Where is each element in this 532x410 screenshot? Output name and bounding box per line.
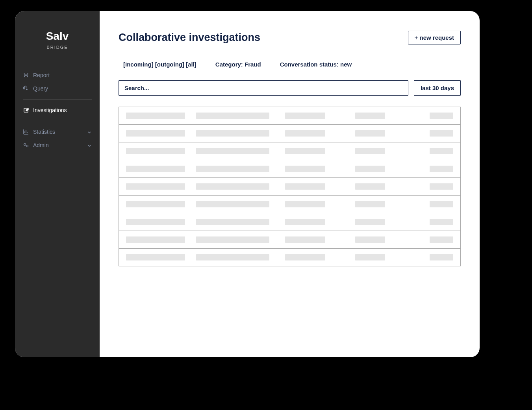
- skeleton-cell: [430, 130, 453, 137]
- search-bar: last 30 days: [119, 80, 461, 96]
- skeleton-cell: [355, 254, 385, 260]
- table-row[interactable]: [119, 107, 460, 125]
- chevron-down-icon: [87, 143, 92, 148]
- sidebar-item-query[interactable]: Query: [23, 82, 92, 95]
- table-row[interactable]: [119, 142, 460, 160]
- skeleton-cell: [355, 219, 385, 225]
- chart-icon: [23, 129, 29, 135]
- skeleton-cell: [355, 183, 385, 190]
- skeleton-cell: [126, 236, 185, 243]
- brand-subtitle: BRIDGE: [15, 45, 100, 50]
- skeleton-cell: [430, 219, 453, 225]
- satellite-icon: [23, 85, 29, 92]
- table-row[interactable]: [119, 125, 460, 142]
- skeleton-cell: [355, 201, 385, 207]
- skeleton-cell: [285, 201, 325, 207]
- skeleton-cell: [355, 148, 385, 154]
- skeleton-cell: [285, 183, 325, 190]
- filter-category[interactable]: Category: Fraud: [215, 61, 261, 68]
- skeleton-cell: [196, 130, 269, 137]
- table-row[interactable]: [119, 160, 460, 178]
- skeleton-cell: [430, 148, 453, 154]
- skeleton-cell: [126, 254, 185, 260]
- search-input[interactable]: [119, 80, 408, 96]
- nav: Report Query Investigations: [15, 68, 100, 152]
- skeleton-cell: [355, 130, 385, 137]
- svg-point-0: [26, 75, 27, 76]
- gears-icon: [23, 142, 29, 148]
- skeleton-cell: [285, 130, 325, 137]
- skeleton-cell: [430, 236, 453, 243]
- skeleton-cell: [355, 236, 385, 243]
- skeleton-cell: [285, 113, 325, 119]
- skeleton-cell: [126, 166, 185, 172]
- skeleton-cell: [126, 148, 185, 154]
- filter-direction[interactable]: [Incoming] [outgoing] [all]: [123, 61, 196, 68]
- divider: [23, 99, 92, 100]
- skeleton-cell: [196, 201, 269, 207]
- skeleton-cell: [285, 219, 325, 225]
- table-row[interactable]: [119, 213, 460, 231]
- new-request-button[interactable]: + new request: [408, 31, 461, 44]
- table-row[interactable]: [119, 231, 460, 249]
- skeleton-cell: [430, 201, 453, 207]
- divider: [23, 121, 92, 121]
- skeleton-cell: [430, 166, 453, 172]
- svg-point-2: [24, 144, 26, 146]
- table-row[interactable]: [119, 196, 460, 213]
- skeleton-cell: [285, 148, 325, 154]
- skeleton-cell: [196, 113, 269, 119]
- sidebar-item-label: Investigations: [33, 107, 67, 113]
- filter-bar: [Incoming] [outgoing] [all] Category: Fr…: [119, 61, 461, 68]
- skeleton-cell: [196, 166, 269, 172]
- sidebar-item-investigations[interactable]: Investigations: [23, 103, 92, 117]
- skeleton-cell: [196, 219, 269, 225]
- main-content: Collaborative investigations + new reque…: [100, 11, 480, 357]
- skeleton-cell: [196, 148, 269, 154]
- sidebar: Salv BRIDGE Report Query: [15, 11, 100, 357]
- sidebar-item-admin[interactable]: Admin: [23, 139, 92, 152]
- skeleton-cell: [285, 236, 325, 243]
- brand: Salv BRIDGE: [15, 30, 100, 50]
- skeleton-cell: [126, 113, 185, 119]
- sidebar-item-statistics[interactable]: Statistics: [23, 125, 92, 139]
- chevron-down-icon: [87, 129, 92, 134]
- table-row[interactable]: [119, 178, 460, 196]
- edit-icon: [23, 107, 29, 113]
- skeleton-cell: [196, 236, 269, 243]
- results-table: [119, 107, 461, 266]
- skeleton-cell: [430, 113, 453, 119]
- skeleton-cell: [430, 183, 453, 190]
- skeleton-cell: [355, 113, 385, 119]
- svg-point-1: [26, 89, 27, 90]
- skeleton-cell: [196, 183, 269, 190]
- page-title: Collaborative investigations: [119, 31, 260, 44]
- skeleton-cell: [285, 254, 325, 260]
- app-window: Salv BRIDGE Report Query: [15, 11, 480, 357]
- skeleton-cell: [126, 219, 185, 225]
- brand-name: Salv: [15, 30, 100, 42]
- skeleton-cell: [126, 130, 185, 137]
- header: Collaborative investigations + new reque…: [119, 31, 461, 44]
- broadcast-icon: [23, 72, 29, 78]
- date-filter-button[interactable]: last 30 days: [414, 80, 461, 96]
- svg-point-3: [26, 145, 28, 147]
- sidebar-item-label: Admin: [33, 142, 49, 148]
- table-row[interactable]: [119, 249, 460, 266]
- sidebar-item-label: Query: [33, 85, 48, 92]
- skeleton-cell: [126, 183, 185, 190]
- skeleton-cell: [196, 254, 269, 260]
- sidebar-item-label: Statistics: [33, 129, 55, 135]
- sidebar-item-label: Report: [33, 72, 50, 78]
- skeleton-cell: [126, 201, 185, 207]
- skeleton-cell: [285, 166, 325, 172]
- skeleton-cell: [430, 254, 453, 260]
- skeleton-cell: [355, 166, 385, 172]
- sidebar-item-report[interactable]: Report: [23, 68, 92, 82]
- filter-status[interactable]: Conversation status: new: [280, 61, 352, 68]
